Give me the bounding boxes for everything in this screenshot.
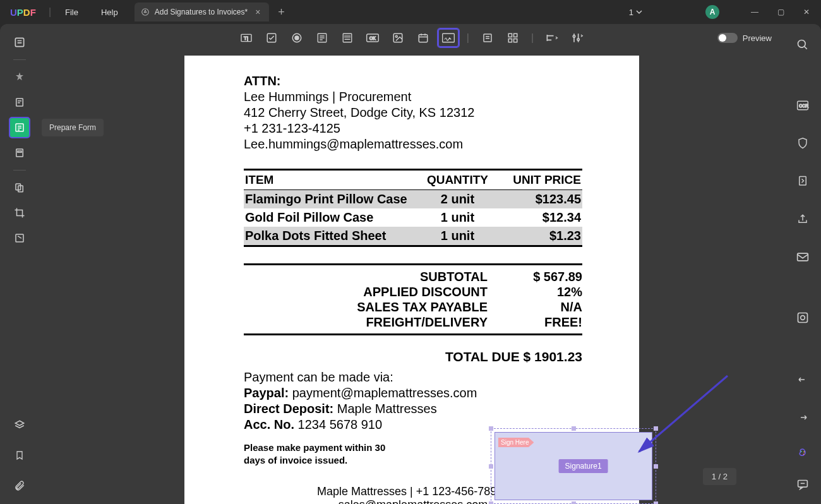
right-sidebar: OCR xyxy=(784,24,821,504)
main: Prepare Form T| OK | | Preview xyxy=(0,24,821,504)
resize-handle[interactable] xyxy=(489,501,493,504)
updf-color-icon[interactable] xyxy=(797,447,808,459)
page-indicator[interactable]: 1 / 2 xyxy=(703,468,736,485)
close-icon[interactable]: × xyxy=(253,7,263,17)
resize-handle[interactable] xyxy=(572,501,576,504)
search-icon[interactable] xyxy=(792,34,813,56)
resize-handle[interactable] xyxy=(489,426,493,431)
protect-icon[interactable] xyxy=(792,133,813,154)
preview-toggle[interactable] xyxy=(717,33,738,43)
document-canvas[interactable]: ATTN: Lee Hummings | Procurement 412 Che… xyxy=(39,52,784,504)
redact-tool[interactable] xyxy=(9,227,30,249)
form-toolbar: T| OK | | Preview xyxy=(39,24,784,52)
svg-rect-26 xyxy=(344,35,350,37)
close-button[interactable]: ✕ xyxy=(797,4,816,20)
preview-label: Preview xyxy=(743,33,772,43)
prepare-form-tooltip: Prepare Form xyxy=(42,119,104,136)
resize-handle[interactable] xyxy=(654,464,658,469)
svg-rect-57 xyxy=(798,253,808,261)
email-icon[interactable] xyxy=(792,246,813,268)
align-tool[interactable] xyxy=(541,28,563,47)
svg-rect-58 xyxy=(798,313,808,323)
layers-icon[interactable] xyxy=(9,414,30,436)
feedback-icon[interactable] xyxy=(792,474,813,495)
svg-point-52 xyxy=(798,40,806,48)
form-settings-tool[interactable] xyxy=(566,28,588,47)
total-due: TOTAL DUE $ 1901.23 xyxy=(244,349,582,364)
prepare-form-tool[interactable] xyxy=(9,117,30,138)
text-field-tool[interactable]: T| xyxy=(236,28,257,47)
crop-tool[interactable] xyxy=(9,202,30,224)
svg-point-59 xyxy=(801,316,805,320)
left-sidebar xyxy=(0,24,39,504)
svg-rect-12 xyxy=(18,151,21,152)
svg-line-53 xyxy=(805,47,807,49)
content-area: T| OK | | Preview ATTN: xyxy=(39,24,784,504)
undo-icon[interactable] xyxy=(792,369,813,390)
attachment-icon[interactable] xyxy=(9,475,30,496)
form-order-tool[interactable] xyxy=(477,28,498,47)
tab-title: Add Signatures to Invoices* xyxy=(155,8,248,16)
menu-help[interactable]: Help xyxy=(90,8,129,17)
svg-rect-43 xyxy=(514,39,517,42)
list-box-tool[interactable] xyxy=(337,28,358,47)
organize-pages-tool[interactable] xyxy=(9,142,30,164)
page-count-dropdown[interactable]: 1 xyxy=(623,5,649,20)
app-logo: UPDF xyxy=(0,7,46,18)
svg-rect-41 xyxy=(514,33,517,37)
svg-text:T|: T| xyxy=(244,35,248,41)
attn-block: ATTN: Lee Hummings | Procurement 412 Che… xyxy=(244,73,582,152)
add-tab-button[interactable]: + xyxy=(269,6,294,19)
edit-pdf-tool[interactable] xyxy=(9,92,30,113)
svg-text:OK: OK xyxy=(369,36,376,40)
bookmark-icon[interactable] xyxy=(9,445,30,466)
minimize-button[interactable]: — xyxy=(745,4,765,20)
export-icon[interactable] xyxy=(792,307,813,328)
svg-rect-42 xyxy=(508,39,512,42)
dropdown-tool[interactable] xyxy=(311,28,333,47)
share-icon[interactable] xyxy=(792,208,813,230)
chevron-down-icon xyxy=(636,9,642,15)
signature-field-tool[interactable] xyxy=(438,28,459,47)
svg-point-48 xyxy=(573,35,575,37)
redo-icon[interactable] xyxy=(792,407,813,428)
signature-field-label: Signature1 xyxy=(559,459,608,473)
edit-icon xyxy=(141,8,150,16)
svg-rect-32 xyxy=(419,35,428,42)
compress-icon[interactable] xyxy=(792,171,813,192)
svg-rect-36 xyxy=(443,33,455,42)
checkbox-tool[interactable] xyxy=(261,28,282,47)
svg-point-61 xyxy=(803,452,805,453)
comment-tool[interactable] xyxy=(9,66,30,88)
date-field-tool[interactable] xyxy=(412,28,434,47)
user-avatar[interactable]: A xyxy=(705,5,719,19)
resize-handle[interactable] xyxy=(654,501,658,504)
sign-here-tag: Sign Here xyxy=(498,438,534,447)
ocr-icon[interactable]: OCR xyxy=(792,95,813,116)
svg-rect-25 xyxy=(343,33,352,42)
resize-handle[interactable] xyxy=(489,464,493,469)
svg-rect-56 xyxy=(800,177,806,186)
maximize-button[interactable]: ▢ xyxy=(771,4,791,20)
radio-button-tool[interactable] xyxy=(286,28,308,47)
resize-handle[interactable] xyxy=(654,426,658,431)
svg-rect-40 xyxy=(508,33,512,37)
page-tools[interactable] xyxy=(9,177,30,198)
svg-point-20 xyxy=(295,36,299,40)
svg-point-31 xyxy=(395,35,397,37)
menu-file[interactable]: File xyxy=(54,8,90,17)
grid-tool[interactable] xyxy=(502,28,524,47)
items-table: ITEMQUANTITYUNIT PRICE Flamingo Print Pi… xyxy=(244,169,582,247)
reader-tool[interactable] xyxy=(9,32,30,53)
svg-text:OCR: OCR xyxy=(799,104,808,108)
svg-point-50 xyxy=(577,39,579,40)
svg-rect-15 xyxy=(16,234,23,242)
titlebar: UPDF | File Help Add Signatures to Invoi… xyxy=(0,0,821,24)
image-field-tool[interactable] xyxy=(387,28,409,47)
signature-field[interactable]: Sign Here Signature1 xyxy=(491,428,656,504)
summary-block: SUBTOTAL$ 567.89 APPLIED DISCOUNT12% SAL… xyxy=(244,263,582,335)
button-tool[interactable]: OK xyxy=(362,28,383,47)
resize-handle[interactable] xyxy=(572,426,576,431)
payment-info: Payment can be made via: Paypal: payment… xyxy=(244,369,582,433)
document-tab[interactable]: Add Signatures to Invoices* × xyxy=(135,3,270,21)
